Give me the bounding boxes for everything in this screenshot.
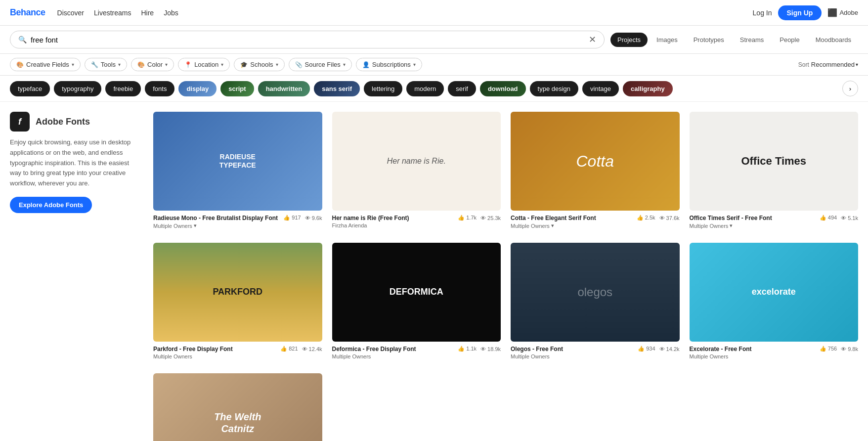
nav-item-jobs[interactable]: Jobs (164, 9, 178, 17)
tag-calligraphy[interactable]: calligraphy (623, 81, 673, 96)
adobe-fonts-desc: Enjoy quick browsing, easy use in deskto… (10, 137, 141, 189)
author-dropdown-icon: ▾ (551, 222, 554, 229)
card-thumbnail: The Welth Catnitz (153, 373, 322, 441)
search-tab-people[interactable]: People (773, 33, 806, 47)
card-meta: Parkford - Free Display Font 👍 821 👁 12.… (153, 346, 322, 353)
logo[interactable]: Behance (10, 7, 45, 18)
tag-sans-serif[interactable]: sans serif (314, 81, 360, 96)
card-thumb-text: RADIEUSE TYPEFACE (219, 153, 256, 170)
filter-subscriptions[interactable]: 👤Subscriptions▾ (356, 58, 422, 71)
search-tab-streams[interactable]: Streams (733, 33, 771, 47)
tag-vintage[interactable]: vintage (582, 81, 619, 96)
filter-color[interactable]: 🎨Color▾ (131, 58, 174, 71)
card-thumb-text: DEFORMICA (390, 287, 443, 298)
author-dropdown-icon: ▾ (730, 222, 733, 229)
tag-script[interactable]: script (220, 81, 254, 96)
nav-item-livestreams[interactable]: Livestreams (94, 9, 131, 17)
nav-item-discover[interactable]: Discover (57, 9, 84, 17)
search-tab-images[interactable]: Images (650, 33, 685, 47)
card-info: Cotta - Free Elegant Serif Font 👍 2.5k 👁… (511, 211, 680, 233)
tag-display[interactable]: display (178, 81, 217, 96)
adobe-fonts-card: f Adobe Fonts Enjoy quick browsing, easy… (10, 112, 141, 213)
card-thumb-text: The Welth Catnitz (214, 411, 261, 435)
tag-lettering[interactable]: lettering (364, 81, 402, 96)
tag-modern[interactable]: modern (406, 81, 444, 96)
card-info: Office Times Serif - Free Font 👍 494 👁 5… (690, 211, 859, 233)
search-tabs: ProjectsImagesPrototypesStreamsPeopleMoo… (610, 33, 858, 47)
filter-schools[interactable]: 🎓Schools▾ (234, 58, 284, 71)
card-title: Office Times Serif - Free Font (690, 215, 820, 221)
sort-button[interactable]: Recommended ▾ (811, 61, 858, 68)
card[interactable]: The Welth Catnitz The Welth Catnitz - Fr… (153, 373, 322, 441)
card[interactable]: PARKFORD Parkford - Free Display Font 👍 … (153, 243, 322, 363)
card-views: 👁 5.1k (841, 215, 858, 221)
card-author: Firzha Arienda (332, 222, 501, 228)
card-thumbnail: PARKFORD (153, 243, 322, 342)
card-meta: Her name is Rie (Free Font) 👍 1.7k 👁 25.… (332, 215, 501, 221)
card-info: Excelorate - Free Font 👍 756 👁 9.8k Mult… (690, 342, 859, 363)
explore-adobe-fonts-button[interactable]: Explore Adobe Fonts (10, 197, 92, 213)
card[interactable]: Her name is Rie. Her name is Rie (Free F… (332, 112, 501, 233)
card-likes: 👍 1.1k (458, 346, 477, 352)
card-likes: 👍 821 (280, 346, 298, 352)
adobe-label: Adobe (839, 9, 858, 16)
tag-freebie[interactable]: freebie (105, 81, 141, 96)
nav-item-hire[interactable]: Hire (141, 9, 154, 17)
main-nav: DiscoverLivestreamsHireJobs (57, 9, 178, 17)
search-tab-projects[interactable]: Projects (610, 33, 648, 47)
search-box[interactable]: 🔍 ✕ (10, 31, 605, 48)
card[interactable]: RADIEUSE TYPEFACE Radieuse Mono - Free B… (153, 112, 322, 233)
tag-serif[interactable]: serif (448, 81, 476, 96)
card-author: Multiple Owners (690, 353, 859, 359)
card-likes: 👍 756 (820, 346, 837, 352)
tag-type-design[interactable]: type design (530, 81, 579, 96)
card-views: 👁 9.6k (305, 215, 322, 221)
card-thumb-text: excelorate (752, 287, 796, 298)
card-meta: Office Times Serif - Free Font 👍 494 👁 5… (690, 215, 859, 221)
card-author: Multiple Owners (511, 353, 680, 359)
card[interactable]: DEFORMICA Deformica - Free Display Font … (332, 243, 501, 363)
card-title: Olegos - Free Font (511, 346, 638, 353)
card[interactable]: olegos Olegos - Free Font 👍 934 👁 14.2k … (511, 243, 680, 363)
login-button[interactable]: Log In (753, 9, 772, 17)
card-thumb-text: Her name is Rie. (387, 156, 446, 166)
tag-handwritten[interactable]: handwritten (258, 81, 310, 96)
card-likes: 👍 2.5k (637, 215, 655, 221)
sort-label: Sort (798, 61, 809, 68)
tag-typeface[interactable]: typeface (10, 81, 50, 96)
tags-next-button[interactable]: › (842, 81, 858, 96)
filter-source-files[interactable]: 📎Source Files▾ (289, 58, 352, 71)
card-thumbnail: olegos (511, 243, 680, 342)
card-author: Multiple Owners ▾ (511, 222, 680, 229)
adobe-fonts-title: Adobe Fonts (36, 117, 90, 127)
card-stats: 👍 917 👁 9.6k (283, 215, 322, 221)
filter-tools[interactable]: 🔧Tools▾ (85, 58, 127, 71)
filter-creative-fields[interactable]: 🎨Creative Fields▾ (10, 58, 81, 71)
card-title: Excelorate - Free Font (690, 346, 820, 353)
card-thumbnail: Cotta (511, 112, 680, 211)
card[interactable]: Cotta Cotta - Free Elegant Serif Font 👍 … (511, 112, 680, 233)
tag-fonts[interactable]: fonts (145, 81, 174, 96)
search-tab-moodboards[interactable]: Moodboards (809, 33, 858, 47)
card-thumbnail: RADIEUSE TYPEFACE (153, 112, 322, 211)
signup-button[interactable]: Sign Up (778, 5, 822, 20)
card-info: Parkford - Free Display Font 👍 821 👁 12.… (153, 342, 322, 363)
card-thumbnail: excelorate (690, 243, 859, 342)
card-stats: 👍 1.7k 👁 25.3k (458, 215, 501, 221)
card-thumb-text: Cotta (576, 152, 614, 171)
search-clear-button[interactable]: ✕ (589, 35, 596, 44)
search-input[interactable] (31, 36, 585, 44)
filter-location[interactable]: 📍Location▾ (178, 58, 230, 71)
card[interactable]: excelorate Excelorate - Free Font 👍 756 … (690, 243, 859, 363)
card-stats: 👍 934 👁 14.2k (638, 346, 679, 352)
tags-bar: typefacetypographyfreebiefontsdisplayscr… (0, 76, 868, 102)
search-tab-prototypes[interactable]: Prototypes (687, 33, 731, 47)
card-meta: Cotta - Free Elegant Serif Font 👍 2.5k 👁… (511, 215, 680, 221)
tag-typography[interactable]: typography (54, 81, 101, 96)
card[interactable]: Office Times Office Times Serif - Free F… (690, 112, 859, 233)
card-thumb-text: Office Times (741, 155, 806, 168)
card-title: Deformica - Free Display Font (332, 346, 458, 353)
search-icon: 🔍 (18, 36, 27, 44)
card-likes: 👍 494 (820, 215, 837, 221)
tag-download[interactable]: download (480, 81, 526, 96)
